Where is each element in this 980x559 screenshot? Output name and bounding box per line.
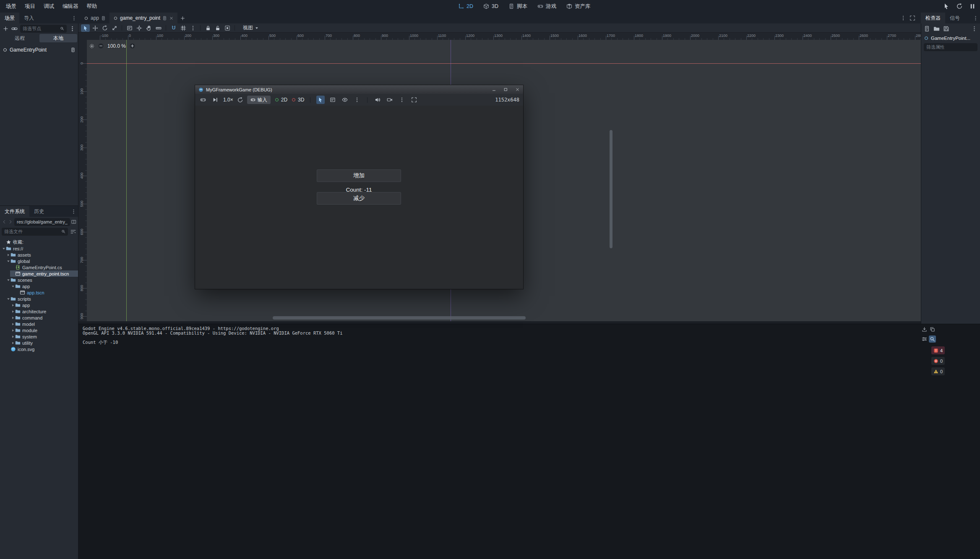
- fs-tree-item-assets[interactable]: assets: [0, 252, 78, 258]
- pick-3d-button[interactable]: 3D: [291, 97, 304, 103]
- unlock-button[interactable]: [213, 24, 222, 32]
- camera-options-menu[interactable]: [398, 96, 406, 104]
- current-path-field[interactable]: res://global/game_entry_p: [14, 218, 70, 226]
- error-count-badge[interactable]: 0: [931, 357, 945, 365]
- fs-tree-item-scripts[interactable]: scripts: [0, 296, 78, 302]
- fs-tree-item-model[interactable]: model: [0, 321, 78, 327]
- selection-options-menu[interactable]: [353, 96, 361, 104]
- lock-button[interactable]: [203, 24, 212, 32]
- pick-2d-button[interactable]: 2D: [274, 97, 287, 103]
- window-maximize-button-icon[interactable]: [503, 87, 508, 92]
- debug-pick-button-icon[interactable]: [943, 3, 950, 10]
- embed-select-button[interactable]: [316, 96, 325, 104]
- save-log-button[interactable]: [921, 326, 928, 333]
- fs-tree-item-icon.svg[interactable]: icon.svg: [0, 346, 78, 352]
- script-icon[interactable]: [101, 16, 106, 21]
- playback-speed[interactable]: 1.0×: [223, 97, 233, 103]
- history-back-icon[interactable]: [2, 219, 7, 224]
- history-forward-icon[interactable]: [8, 219, 13, 224]
- workspace-tab-3[interactable]: 游戏: [533, 2, 560, 11]
- visibility-button[interactable]: [341, 96, 349, 104]
- workspace-tab-4[interactable]: 资产库: [562, 2, 595, 11]
- warning-count-badge[interactable]: 0: [931, 367, 945, 375]
- fs-tree-item-scenes[interactable]: scenes: [0, 277, 78, 283]
- menubar-menu-1[interactable]: 项目: [21, 0, 39, 13]
- tree-collapse-icon[interactable]: [11, 284, 15, 289]
- debugger-notifications-badge[interactable]: 4: [931, 346, 945, 354]
- inspector-dock-menu-icon[interactable]: [973, 16, 978, 21]
- fs-tree-item-gameentrypoint.tscn[interactable]: game_entry_point.tscn: [0, 270, 78, 277]
- scene-view-remote-button[interactable]: 远程: [1, 34, 39, 42]
- tree-collapse-icon[interactable]: [2, 247, 6, 251]
- input-mode-button[interactable]: 输入: [247, 96, 271, 104]
- inspector-dock-tab-0[interactable]: 检查器: [921, 13, 945, 23]
- tree-collapse-icon[interactable]: [6, 297, 10, 301]
- horizontal-scrollbar[interactable]: [273, 316, 526, 320]
- scene-tree-node-GameEntryPoint[interactable]: GameEntryPoint: [0, 46, 78, 54]
- tabbar-menu-icon[interactable]: [900, 15, 906, 21]
- grid-snap-toggle[interactable]: [179, 24, 188, 32]
- scene-dock-tab-0[interactable]: 场景: [0, 13, 19, 23]
- tree-collapse-icon[interactable]: [6, 259, 10, 263]
- load-resource-button-icon[interactable]: [933, 26, 940, 32]
- window-close-button-icon[interactable]: [515, 87, 520, 92]
- increase-button[interactable]: 增加: [317, 169, 401, 182]
- tree-expand-icon[interactable]: [11, 322, 15, 326]
- fs-tree-item-command[interactable]: command: [0, 315, 78, 321]
- close-tab-icon[interactable]: [169, 16, 174, 21]
- inspector-dock-tab-1[interactable]: 信号: [945, 13, 964, 23]
- add-node-button[interactable]: [3, 26, 9, 32]
- zoom-level[interactable]: 100.0 %: [107, 43, 126, 49]
- tree-expand-icon[interactable]: [11, 303, 15, 307]
- move-tool[interactable]: [91, 24, 99, 32]
- fs-tree-item-architecture[interactable]: architecture: [0, 308, 78, 315]
- attached-script-icon[interactable]: [70, 47, 76, 52]
- game-session-icon[interactable]: [199, 96, 207, 104]
- file-filter-input[interactable]: 筛选文件: [2, 228, 68, 236]
- tree-expand-icon[interactable]: [11, 335, 15, 339]
- tree-expand-icon[interactable]: [6, 253, 10, 257]
- copy-log-button[interactable]: [929, 326, 936, 333]
- menubar-menu-2[interactable]: 调试: [39, 0, 58, 13]
- menubar-menu-3[interactable]: 编辑器: [58, 0, 83, 13]
- fs-tree-item-module[interactable]: module: [0, 327, 78, 333]
- fs-tree-item-app[interactable]: app: [0, 283, 78, 289]
- scene-dock-menu-icon[interactable]: [69, 26, 76, 32]
- workspace-tab-2[interactable]: 脚本: [504, 2, 532, 11]
- editor-tab-app[interactable]: app: [80, 13, 109, 23]
- center-view-icon[interactable]: [89, 44, 94, 49]
- fs-tree-item-app[interactable]: app: [0, 302, 78, 308]
- workspace-tab-0[interactable]: 2D: [454, 2, 477, 10]
- fs-tree-item-global[interactable]: global: [0, 258, 78, 264]
- scene-filter-input[interactable]: 筛选节点: [20, 25, 67, 33]
- fs-tree-item-GameEntryPoint.cs[interactable]: GameEntryPoint.cs: [0, 264, 78, 270]
- scene-dock-tab-1[interactable]: 导入: [19, 13, 39, 23]
- tree-expand-icon[interactable]: [11, 316, 15, 320]
- filter-messages-button[interactable]: [921, 335, 928, 343]
- new-resource-button-icon[interactable]: [924, 26, 930, 32]
- menubar-menu-0[interactable]: 场景: [2, 0, 21, 13]
- pan-tool[interactable]: [144, 24, 153, 32]
- fs-tree-item-utility[interactable]: utility: [0, 340, 78, 346]
- select-tool[interactable]: [81, 24, 90, 32]
- workspace-tab-1[interactable]: 3D: [479, 2, 503, 10]
- rotate-tool[interactable]: [100, 24, 109, 32]
- next-frame-button[interactable]: [211, 96, 219, 104]
- window-minimize-button-icon[interactable]: [492, 87, 496, 92]
- filesystem-dock-menu-icon[interactable]: [71, 209, 76, 214]
- list-select-tool[interactable]: [125, 24, 134, 32]
- menubar-menu-4[interactable]: 帮助: [83, 0, 102, 13]
- scene-dock-menu-icon[interactable]: [71, 16, 77, 21]
- camera-override-button[interactable]: [386, 96, 394, 104]
- scale-tool[interactable]: [110, 24, 119, 32]
- fs-tree-item-app.tscn[interactable]: app.tscn: [0, 289, 78, 296]
- fs-tree-item-res[interactable]: res://: [0, 245, 78, 252]
- pause-button-icon[interactable]: [969, 3, 976, 10]
- vertical-scrollbar[interactable]: [610, 130, 612, 248]
- game-window-titlebar[interactable]: MyGFrameworkGame (DEBUG): [195, 85, 523, 94]
- reset-speed-icon[interactable]: [237, 97, 243, 103]
- editor-tab-game_entry_point[interactable]: game_entry_point: [109, 13, 177, 23]
- new-tab-icon[interactable]: [180, 16, 185, 21]
- restart-button-icon[interactable]: [956, 3, 963, 10]
- fs-tree-item-[interactable]: 收藏:: [0, 239, 78, 245]
